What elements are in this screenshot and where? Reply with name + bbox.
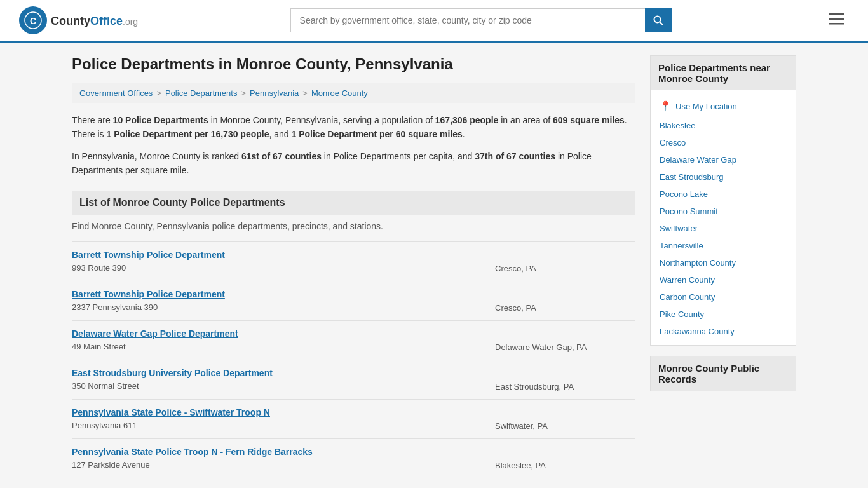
sidebar-county-warren[interactable]: Warren County bbox=[651, 271, 796, 288]
dept-info: Pennsylvania State Police Troop N - Fern… bbox=[72, 447, 495, 470]
svg-rect-4 bbox=[829, 13, 844, 15]
breadcrumb-sep-3: > bbox=[302, 88, 308, 98]
dept-count: 10 Police Departments bbox=[113, 115, 208, 125]
content-area: Police Departments in Monroe County, Pen… bbox=[72, 55, 635, 478]
sidebar-nearby-body: 📍 Use My Location Blakeslee Cresco Delaw… bbox=[651, 90, 796, 345]
svg-point-2 bbox=[654, 17, 660, 23]
sidebar-nearby-header: Police Departments near Monroe County bbox=[651, 56, 796, 90]
page-title: Police Departments in Monroe County, Pen… bbox=[72, 55, 635, 73]
dept-city: Delaware Water Gap, PA bbox=[495, 329, 635, 352]
sidebar-city-delaware-water-gap[interactable]: Delaware Water Gap bbox=[651, 151, 796, 168]
menu-button[interactable] bbox=[824, 10, 849, 31]
department-list: Barrett Township Police Department 993 R… bbox=[72, 241, 635, 478]
list-section-header: List of Monroe County Police Departments bbox=[72, 191, 635, 215]
dept-info: Barrett Township Police Department 2337 … bbox=[72, 289, 495, 312]
dept-name-link[interactable]: Pennsylvania State Police - Swiftwater T… bbox=[72, 407, 495, 417]
logo-area: C CountyOffice.org bbox=[19, 6, 138, 34]
dept-address: 127 Parkside Avenue bbox=[72, 460, 150, 470]
dept-city: Swiftwater, PA bbox=[495, 407, 635, 431]
use-location-row: 📍 Use My Location bbox=[651, 95, 796, 117]
per-capita: 1 Police Department per 16,730 people bbox=[106, 129, 269, 139]
breadcrumb-pennsylvania[interactable]: Pennsylvania bbox=[250, 88, 299, 98]
search-icon bbox=[653, 15, 663, 25]
main-layout: Police Departments in Monroe County, Pen… bbox=[53, 43, 815, 488]
table-row: Pennsylvania State Police - Swiftwater T… bbox=[72, 399, 635, 438]
use-my-location-link[interactable]: Use My Location bbox=[675, 102, 737, 111]
rank2: 37th of 67 counties bbox=[475, 151, 555, 161]
logo-name: CountyOffice.org bbox=[51, 15, 138, 27]
dept-city: East Stroudsburg, PA bbox=[495, 368, 635, 391]
sidebar: Police Departments near Monroe County 📍 … bbox=[650, 55, 796, 478]
logo-icon: C bbox=[19, 6, 47, 34]
svg-line-3 bbox=[660, 22, 663, 25]
rank1: 61st of 67 counties bbox=[241, 151, 322, 161]
description-para2: In Pennsylvania, Monroe County is ranked… bbox=[72, 149, 635, 178]
svg-text:C: C bbox=[30, 16, 36, 26]
dept-name-link[interactable]: East Stroudsburg University Police Depar… bbox=[72, 368, 495, 378]
sidebar-county-lackawanna[interactable]: Lackawanna County bbox=[651, 323, 796, 340]
table-row: Barrett Township Police Department 993 R… bbox=[72, 241, 635, 281]
dept-info: East Stroudsburg University Police Depar… bbox=[72, 368, 495, 391]
sidebar-city-east-stroudsburg[interactable]: East Stroudsburg bbox=[651, 168, 796, 186]
breadcrumb-police-departments[interactable]: Police Departments bbox=[165, 88, 237, 98]
dept-info: Pennsylvania State Police - Swiftwater T… bbox=[72, 407, 495, 430]
dept-city: Blakeslee, PA bbox=[495, 447, 635, 470]
sidebar-county-northampton[interactable]: Northampton County bbox=[651, 254, 796, 271]
sidebar-city-tannersville[interactable]: Tannersville bbox=[651, 237, 796, 254]
search-area bbox=[290, 8, 672, 32]
hamburger-icon bbox=[829, 13, 844, 25]
search-input[interactable] bbox=[290, 8, 645, 32]
table-row: Pennsylvania State Police Troop N - Fern… bbox=[72, 438, 635, 478]
dept-city: Cresco, PA bbox=[495, 250, 635, 273]
dept-info: Delaware Water Gap Police Department 49 … bbox=[72, 329, 495, 351]
sidebar-public-records-header: Monroe County Public Records bbox=[651, 356, 796, 391]
sidebar-county-pike[interactable]: Pike County bbox=[651, 306, 796, 323]
sidebar-nearby-section: Police Departments near Monroe County 📍 … bbox=[650, 55, 796, 346]
sidebar-county-carbon[interactable]: Carbon County bbox=[651, 288, 796, 306]
dept-address: 993 Route 390 bbox=[72, 263, 126, 273]
area: 609 square miles bbox=[553, 115, 625, 125]
dept-address: 49 Main Street bbox=[72, 342, 126, 351]
sidebar-city-blakeslee[interactable]: Blakeslee bbox=[651, 117, 796, 134]
dept-name-link[interactable]: Barrett Township Police Department bbox=[72, 289, 495, 299]
table-row: Barrett Township Police Department 2337 … bbox=[72, 281, 635, 320]
header: C CountyOffice.org bbox=[0, 0, 868, 43]
dept-name-link[interactable]: Barrett Township Police Department bbox=[72, 250, 495, 260]
svg-rect-5 bbox=[829, 18, 844, 20]
table-row: East Stroudsburg University Police Depar… bbox=[72, 360, 635, 399]
breadcrumb-sep-1: > bbox=[156, 88, 161, 98]
sidebar-city-pocono-summit[interactable]: Pocono Summit bbox=[651, 203, 796, 220]
per-sq: 1 Police Department per 60 square miles bbox=[292, 129, 463, 139]
location-pin-icon: 📍 bbox=[660, 100, 672, 112]
breadcrumb-sep-2: > bbox=[241, 88, 246, 98]
dept-city: Cresco, PA bbox=[495, 289, 635, 313]
breadcrumb: Government Offices > Police Departments … bbox=[72, 83, 635, 103]
search-button[interactable] bbox=[645, 8, 672, 32]
breadcrumb-monroe-county[interactable]: Monroe County bbox=[311, 88, 368, 98]
description-para1: There are 10 Police Departments in Monro… bbox=[72, 113, 635, 142]
svg-rect-6 bbox=[829, 23, 844, 25]
dept-address: Pennsylvania 611 bbox=[72, 421, 137, 430]
dept-info: Barrett Township Police Department 993 R… bbox=[72, 250, 495, 273]
breadcrumb-government-offices[interactable]: Government Offices bbox=[79, 88, 153, 98]
table-row: Delaware Water Gap Police Department 49 … bbox=[72, 320, 635, 360]
dept-name-link[interactable]: Pennsylvania State Police Troop N - Fern… bbox=[72, 447, 495, 457]
dept-address: 350 Normal Street bbox=[72, 381, 139, 391]
sidebar-public-records-section: Monroe County Public Records bbox=[650, 356, 796, 391]
dept-name-link[interactable]: Delaware Water Gap Police Department bbox=[72, 329, 495, 339]
sidebar-city-swiftwater[interactable]: Swiftwater bbox=[651, 220, 796, 237]
dept-address: 2337 Pennsylvania 390 bbox=[72, 302, 158, 312]
list-description: Find Monroe County, Pennsylvania police … bbox=[72, 221, 635, 231]
sidebar-city-pocono-lake[interactable]: Pocono Lake bbox=[651, 186, 796, 203]
logo-text: CountyOffice.org bbox=[51, 13, 138, 28]
sidebar-city-cresco[interactable]: Cresco bbox=[651, 134, 796, 151]
population: 167,306 people bbox=[435, 115, 499, 125]
